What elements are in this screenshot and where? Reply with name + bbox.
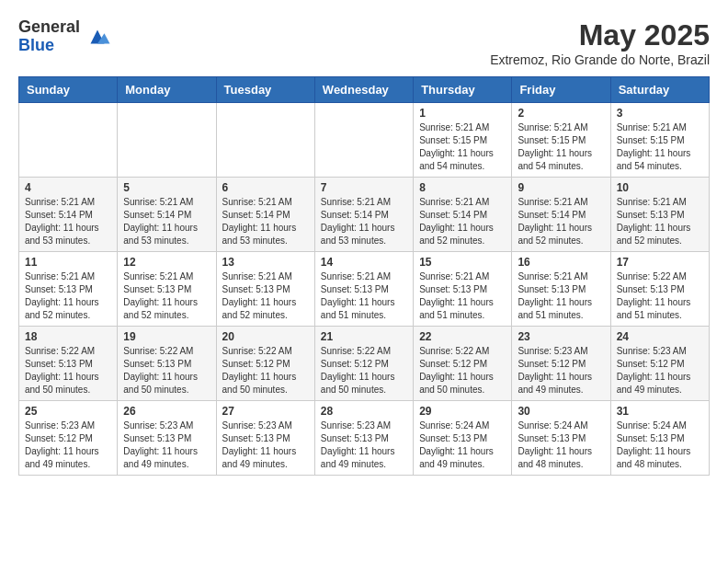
calendar-day-header: Tuesday [216, 77, 314, 103]
day-info: Sunrise: 5:23 AMSunset: 5:13 PMDaylight:… [222, 419, 309, 471]
calendar-header-row: SundayMondayTuesdayWednesdayThursdayFrid… [19, 77, 710, 103]
logo-text: General Blue [18, 18, 80, 55]
logo-icon [84, 23, 111, 51]
calendar-table: SundayMondayTuesdayWednesdayThursdayFrid… [18, 76, 710, 476]
calendar-week-row: 1Sunrise: 5:21 AMSunset: 5:15 PMDaylight… [19, 103, 710, 178]
day-info: Sunrise: 5:21 AMSunset: 5:13 PMDaylight:… [518, 270, 604, 322]
day-info: Sunrise: 5:21 AMSunset: 5:13 PMDaylight:… [222, 270, 309, 322]
day-info: Sunrise: 5:21 AMSunset: 5:15 PMDaylight:… [617, 121, 703, 173]
calendar-day-cell: 29Sunrise: 5:24 AMSunset: 5:13 PMDayligh… [414, 401, 512, 476]
calendar-day-cell: 14Sunrise: 5:21 AMSunset: 5:13 PMDayligh… [314, 252, 413, 327]
day-number: 2 [518, 107, 604, 120]
day-number: 15 [419, 256, 506, 269]
day-number: 14 [321, 256, 407, 269]
day-info: Sunrise: 5:21 AMSunset: 5:14 PMDaylight:… [419, 196, 506, 247]
day-info: Sunrise: 5:23 AMSunset: 5:12 PMDaylight:… [25, 419, 111, 471]
day-number: 4 [25, 181, 111, 194]
day-number: 24 [617, 330, 703, 343]
day-number: 3 [617, 107, 703, 120]
calendar-day-cell: 1Sunrise: 5:21 AMSunset: 5:15 PMDaylight… [414, 103, 512, 178]
day-info: Sunrise: 5:21 AMSunset: 5:13 PMDaylight:… [123, 270, 210, 322]
day-number: 9 [518, 181, 604, 194]
day-info: Sunrise: 5:21 AMSunset: 5:15 PMDaylight:… [419, 121, 506, 173]
calendar-day-cell: 7Sunrise: 5:21 AMSunset: 5:14 PMDaylight… [314, 178, 413, 252]
day-number: 17 [617, 256, 703, 269]
calendar-day-cell [216, 103, 314, 178]
day-number: 29 [419, 405, 506, 418]
logo: General Blue [18, 18, 111, 55]
day-info: Sunrise: 5:23 AMSunset: 5:13 PMDaylight:… [123, 419, 210, 471]
calendar-day-cell: 5Sunrise: 5:21 AMSunset: 5:14 PMDaylight… [118, 178, 216, 252]
day-info: Sunrise: 5:23 AMSunset: 5:12 PMDaylight:… [617, 345, 703, 396]
location-subtitle: Extremoz, Rio Grande do Norte, Brazil [490, 52, 710, 67]
day-info: Sunrise: 5:21 AMSunset: 5:14 PMDaylight:… [222, 196, 309, 247]
day-number: 13 [222, 256, 309, 269]
day-info: Sunrise: 5:21 AMSunset: 5:14 PMDaylight:… [321, 196, 407, 247]
day-info: Sunrise: 5:21 AMSunset: 5:13 PMDaylight:… [25, 270, 111, 322]
calendar-body: 1Sunrise: 5:21 AMSunset: 5:15 PMDaylight… [19, 103, 710, 476]
day-info: Sunrise: 5:22 AMSunset: 5:13 PMDaylight:… [617, 270, 703, 322]
calendar-week-row: 25Sunrise: 5:23 AMSunset: 5:12 PMDayligh… [19, 401, 710, 476]
day-number: 22 [419, 330, 506, 343]
calendar-day-cell [19, 103, 118, 178]
calendar-day-header: Monday [118, 77, 216, 103]
day-info: Sunrise: 5:22 AMSunset: 5:13 PMDaylight:… [25, 345, 111, 396]
calendar-day-cell: 19Sunrise: 5:22 AMSunset: 5:13 PMDayligh… [118, 327, 216, 401]
day-info: Sunrise: 5:21 AMSunset: 5:13 PMDaylight:… [617, 196, 703, 247]
day-number: 28 [321, 405, 407, 418]
day-number: 5 [123, 181, 210, 194]
calendar-day-cell: 26Sunrise: 5:23 AMSunset: 5:13 PMDayligh… [118, 401, 216, 476]
day-info: Sunrise: 5:21 AMSunset: 5:15 PMDaylight:… [518, 121, 604, 173]
day-number: 27 [222, 405, 309, 418]
day-number: 19 [123, 330, 210, 343]
calendar-day-header: Wednesday [314, 77, 413, 103]
calendar-day-cell: 15Sunrise: 5:21 AMSunset: 5:13 PMDayligh… [414, 252, 512, 327]
page-header: General Blue May 2025 Extremoz, Rio Gran… [18, 18, 710, 67]
calendar-day-cell: 4Sunrise: 5:21 AMSunset: 5:14 PMDaylight… [19, 178, 118, 252]
month-year-title: May 2025 [490, 18, 710, 52]
day-number: 6 [222, 181, 309, 194]
day-info: Sunrise: 5:24 AMSunset: 5:13 PMDaylight:… [419, 419, 506, 471]
day-info: Sunrise: 5:24 AMSunset: 5:13 PMDaylight:… [518, 419, 604, 471]
day-number: 11 [25, 256, 111, 269]
calendar-day-cell: 31Sunrise: 5:24 AMSunset: 5:13 PMDayligh… [610, 401, 709, 476]
day-number: 8 [419, 181, 506, 194]
day-number: 1 [419, 107, 506, 120]
calendar-week-row: 11Sunrise: 5:21 AMSunset: 5:13 PMDayligh… [19, 252, 710, 327]
calendar-day-cell: 27Sunrise: 5:23 AMSunset: 5:13 PMDayligh… [216, 401, 314, 476]
day-number: 21 [321, 330, 407, 343]
day-info: Sunrise: 5:22 AMSunset: 5:12 PMDaylight:… [321, 345, 407, 396]
day-number: 30 [518, 405, 604, 418]
calendar-day-cell [314, 103, 413, 178]
calendar-day-cell: 9Sunrise: 5:21 AMSunset: 5:14 PMDaylight… [512, 178, 610, 252]
calendar-week-row: 4Sunrise: 5:21 AMSunset: 5:14 PMDaylight… [19, 178, 710, 252]
calendar-day-cell: 30Sunrise: 5:24 AMSunset: 5:13 PMDayligh… [512, 401, 610, 476]
calendar-day-cell: 2Sunrise: 5:21 AMSunset: 5:15 PMDaylight… [512, 103, 610, 178]
calendar-day-cell: 21Sunrise: 5:22 AMSunset: 5:12 PMDayligh… [314, 327, 413, 401]
calendar-day-cell: 17Sunrise: 5:22 AMSunset: 5:13 PMDayligh… [610, 252, 709, 327]
calendar-day-header: Thursday [414, 77, 512, 103]
calendar-day-cell: 3Sunrise: 5:21 AMSunset: 5:15 PMDaylight… [610, 103, 709, 178]
calendar-day-header: Sunday [19, 77, 118, 103]
calendar-day-cell: 6Sunrise: 5:21 AMSunset: 5:14 PMDaylight… [216, 178, 314, 252]
calendar-day-cell: 22Sunrise: 5:22 AMSunset: 5:12 PMDayligh… [414, 327, 512, 401]
calendar-day-cell: 10Sunrise: 5:21 AMSunset: 5:13 PMDayligh… [610, 178, 709, 252]
day-info: Sunrise: 5:21 AMSunset: 5:14 PMDaylight:… [518, 196, 604, 247]
calendar-day-cell: 13Sunrise: 5:21 AMSunset: 5:13 PMDayligh… [216, 252, 314, 327]
day-info: Sunrise: 5:23 AMSunset: 5:12 PMDaylight:… [518, 345, 604, 396]
day-number: 26 [123, 405, 210, 418]
day-info: Sunrise: 5:21 AMSunset: 5:14 PMDaylight:… [123, 196, 210, 247]
day-number: 7 [321, 181, 407, 194]
calendar-day-cell: 8Sunrise: 5:21 AMSunset: 5:14 PMDaylight… [414, 178, 512, 252]
calendar-week-row: 18Sunrise: 5:22 AMSunset: 5:13 PMDayligh… [19, 327, 710, 401]
day-info: Sunrise: 5:22 AMSunset: 5:12 PMDaylight:… [222, 345, 309, 396]
calendar-day-cell: 24Sunrise: 5:23 AMSunset: 5:12 PMDayligh… [610, 327, 709, 401]
day-info: Sunrise: 5:21 AMSunset: 5:14 PMDaylight:… [25, 196, 111, 247]
day-number: 31 [617, 405, 703, 418]
calendar-day-cell: 25Sunrise: 5:23 AMSunset: 5:12 PMDayligh… [19, 401, 118, 476]
day-info: Sunrise: 5:21 AMSunset: 5:13 PMDaylight:… [321, 270, 407, 322]
day-info: Sunrise: 5:22 AMSunset: 5:12 PMDaylight:… [419, 345, 506, 396]
title-block: May 2025 Extremoz, Rio Grande do Norte, … [490, 18, 710, 67]
day-number: 23 [518, 330, 604, 343]
calendar-day-cell: 16Sunrise: 5:21 AMSunset: 5:13 PMDayligh… [512, 252, 610, 327]
